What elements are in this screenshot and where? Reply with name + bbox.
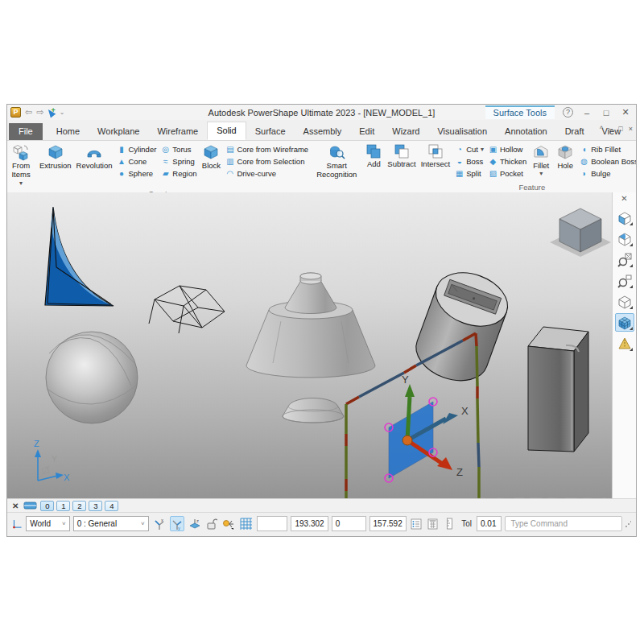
coordinate-list-button[interactable]	[410, 516, 423, 531]
select-cursor-button[interactable]: +	[47, 109, 55, 117]
ruler-button[interactable]	[443, 516, 456, 531]
ribbon-collapse-button[interactable]: ^	[600, 125, 603, 133]
block-button[interactable]: Block	[199, 142, 223, 171]
spring-button[interactable]: ≈ Spring	[159, 155, 199, 167]
mdi-close-button[interactable]: ×	[629, 125, 633, 133]
wireframe-view-button[interactable]	[615, 292, 634, 311]
wireframe-box[interactable]	[149, 286, 225, 333]
tab-visualisation[interactable]: Visualisation	[428, 123, 496, 140]
intelligent-cursor-toggle[interactable]	[221, 516, 236, 531]
axis-x-toggle[interactable]: x	[152, 516, 167, 531]
rounded-box-solid[interactable]	[528, 327, 588, 452]
maximize-button[interactable]: □	[601, 108, 612, 118]
dome-solid[interactable]	[283, 398, 344, 423]
level-tab-0[interactable]: 0	[40, 501, 54, 511]
coordinate-z-field[interactable]: 157.592	[369, 516, 407, 531]
grid-size-field[interactable]	[257, 516, 287, 531]
tab-edit[interactable]: Edit	[350, 123, 383, 140]
smart-recognition-button[interactable]: Smart Recognition	[314, 142, 359, 180]
tolerance-field[interactable]: 0.01	[477, 516, 502, 531]
level-tab-1[interactable]: 1	[56, 501, 70, 511]
tab-assembly[interactable]: Assembly	[295, 123, 351, 140]
level-tab-3[interactable]: 3	[89, 501, 102, 511]
rib-fillet-button[interactable]: ◖ Rib Fillet	[577, 143, 636, 155]
viewport[interactable]: Y X Z Z X Y ✕	[7, 192, 636, 498]
cone-button[interactable]: ▲ Cone	[115, 155, 159, 167]
core-from-wireframe-button[interactable]: ▤ Core from Wireframe	[223, 143, 311, 155]
boolean-boss-button[interactable]: ◍ Boolean Boss	[577, 155, 636, 167]
mdi-restore-button[interactable]: □	[618, 125, 622, 133]
sphere-solid[interactable]	[46, 332, 138, 423]
multi-view-button[interactable]	[615, 313, 634, 332]
resize-grip[interactable]	[625, 521, 631, 527]
level-bar-close-button[interactable]: ✕	[12, 502, 19, 510]
core-from-selection-button[interactable]: ▥ Core from Selection	[223, 155, 311, 167]
workplane-widget[interactable]: Y X Z	[385, 374, 469, 482]
grid-toggle[interactable]	[239, 516, 254, 531]
hole-button[interactable]: Hole	[553, 142, 577, 171]
undo-button[interactable]: ⇦	[25, 108, 32, 117]
coordinate-x-field[interactable]: 193.302	[291, 516, 328, 531]
cube-on-plate-solid[interactable]	[550, 208, 611, 257]
lock-toggle[interactable]	[205, 516, 219, 531]
torus-button[interactable]: ◎ Torus	[159, 143, 199, 155]
drive-curve-button[interactable]: ◠ Drive-curve	[223, 167, 311, 180]
extrusion-button[interactable]: Extrusion	[37, 142, 74, 171]
surface-tools-contextual-tab[interactable]: Surface Tools	[485, 105, 555, 119]
workplane-select[interactable]: World ˅	[26, 516, 69, 531]
cut-button[interactable]: ◔ Cut ▾	[452, 143, 486, 155]
zoom-box-button[interactable]	[615, 271, 634, 290]
tab-workplane[interactable]: Workplane	[89, 123, 148, 140]
workplane-axes-icon[interactable]	[12, 518, 23, 530]
viewport-canvas[interactable]: Y X Z Z X Y	[7, 192, 614, 498]
region-button[interactable]: ▰ Region	[159, 167, 199, 180]
tab-wireframe[interactable]: Wireframe	[148, 123, 207, 140]
from-items-button[interactable]: From Items ▾	[9, 142, 33, 188]
level-tab-4[interactable]: 4	[105, 501, 118, 511]
boss-button[interactable]: ◒ Boss	[452, 155, 486, 167]
tab-wizard[interactable]: Wizard	[383, 123, 428, 140]
pocket-button[interactable]: ▧ Pocket	[486, 167, 529, 180]
tab-annotation[interactable]: Annotation	[496, 123, 556, 140]
tab-file[interactable]: File	[9, 123, 43, 140]
dynamic-section-button[interactable]	[615, 229, 634, 248]
calculator-button[interactable]	[427, 516, 440, 531]
slotted-cylinder-solid[interactable]	[409, 263, 515, 390]
axis-z-toggle[interactable]: z	[188, 516, 202, 531]
axis-z-icon: z	[188, 518, 201, 530]
mdi-minimize-button[interactable]: –	[609, 125, 613, 133]
command-input[interactable]	[505, 516, 622, 531]
redo-button[interactable]: ⇨	[36, 108, 43, 117]
minimize-button[interactable]: –	[581, 108, 592, 118]
close-button[interactable]: ✕	[620, 107, 631, 118]
levels-icon[interactable]	[23, 501, 37, 510]
view-toolbar-close-button[interactable]: ✕	[621, 194, 627, 203]
subtract-button[interactable]: Subtract	[385, 142, 418, 170]
hollow-button[interactable]: ▣ Hollow	[486, 143, 529, 155]
feature-icon: ▣	[489, 144, 497, 155]
bulge-button[interactable]: ◗ Bulge	[577, 167, 636, 180]
qat-overflow-button[interactable]: ⌄	[60, 108, 65, 117]
tab-home[interactable]: Home	[47, 123, 89, 140]
fillet-button[interactable]: Fillet ▾	[529, 142, 553, 178]
cylinder-button[interactable]: ▮ Cylinder	[115, 143, 159, 155]
add-button[interactable]: Add	[362, 142, 385, 170]
level-tab-2[interactable]: 2	[72, 501, 86, 511]
zoom-full-button[interactable]	[615, 250, 634, 269]
blue-sail-surface[interactable]	[45, 207, 114, 306]
tab-surface[interactable]: Surface	[246, 123, 295, 140]
thicken-button[interactable]: ◆ Thicken	[486, 155, 529, 167]
revolution-button[interactable]: Revolution	[74, 142, 115, 171]
level-select[interactable]: 0 : General ˅	[73, 516, 149, 531]
coordinate-y-field[interactable]: 0	[332, 516, 366, 531]
frustum-cone-solid[interactable]	[246, 273, 375, 378]
help-button[interactable]: ?	[563, 107, 573, 118]
tab-solid[interactable]: Solid	[207, 122, 246, 140]
split-button[interactable]: ▦ Split	[452, 167, 486, 180]
sphere-button[interactable]: ● Sphere	[115, 167, 159, 180]
shaded-view-button[interactable]	[615, 208, 634, 227]
tab-draft[interactable]: Draft	[556, 123, 593, 140]
intersect-button[interactable]: Intersect	[419, 142, 452, 170]
axis-y-toggle[interactable]: y	[170, 516, 184, 531]
warnings-button[interactable]	[615, 334, 634, 353]
